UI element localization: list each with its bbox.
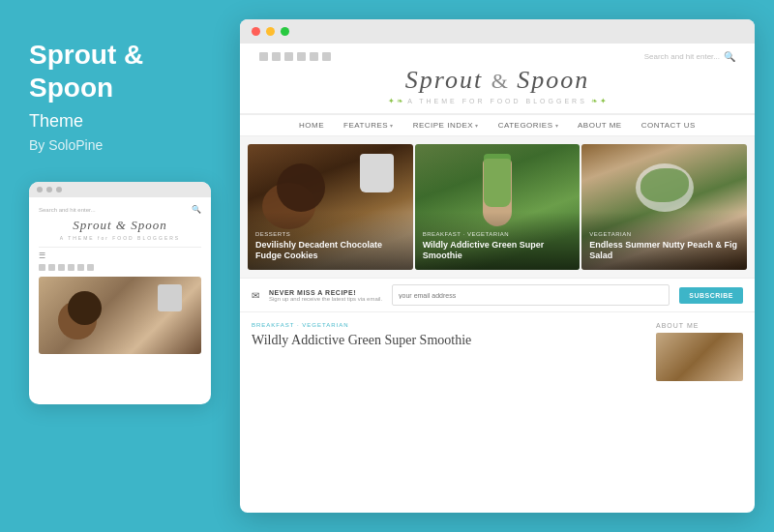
card-cookie-1 [277,163,325,212]
theme-by: By SoloPine [29,137,211,153]
social-rss-icon [322,52,331,61]
card-category-1: DESSERTS [255,231,405,237]
mobile-search-row: Search and hit enter... 🔍 [39,205,201,214]
search-icon[interactable]: 🔍 [724,51,735,62]
site-nav: HOME FEATURES ▾ RECIPE INDEX ▾ CATEGORIE… [240,114,755,136]
site-logo-text: Sprout & Spoon [259,66,735,95]
theme-title: Sprout & Spoon Theme By SoloPine [29,39,211,182]
mobile-social-row [39,264,201,271]
post-title-main[interactable]: Wildly Addictive Green Super Smoothie [252,332,644,349]
newsletter-email-input[interactable] [392,284,670,306]
card-overlay-1: DESSERTS Devilishly Decadent Chocolate F… [248,212,413,270]
newsletter-heading: NEVER MISS A RECIPE! [269,289,382,296]
mobile-dot-1 [37,187,43,192]
browser-top-bar [240,19,755,44]
featured-card-3[interactable]: VEGETARIAN Endless Summer Nutty Peach & … [581,144,747,270]
mobile-logo: Sprout & Spoon [39,218,201,233]
card-overlay-3: VEGETARIAN Endless Summer Nutty Peach & … [581,212,747,270]
nav-arrow-features: ▾ [390,122,394,129]
newsletter-subtext: Sign up and receive the latest tips via … [269,296,382,302]
featured-grid: DESSERTS Devilishly Decadent Chocolate F… [240,136,755,278]
about-me-image [656,333,743,381]
logo-ampersand: & [491,69,518,93]
card-category-2: BREAKFAST · VEGETARIAN [423,231,573,237]
site-header: Search and hit enter... 🔍 Sprout & Spoon… [240,44,755,114]
mobile-search-text: Search and hit enter... [39,207,96,213]
theme-subtitle: Theme [29,111,211,132]
mobile-search-icon: 🔍 [192,205,201,214]
card-title-1: Devilishly Decadent Chocolate Fudge Cook… [255,240,405,262]
mobile-social-tw [48,264,55,271]
site-logo-subtitle: A THEME for FOOD BLOGGERS [407,98,587,104]
mobile-social-rss [87,264,94,271]
newsletter-subscribe-button[interactable]: SUBSCRIBE [679,287,743,304]
mobile-dot-3 [56,187,62,192]
mobile-social-ig [58,264,65,271]
about-me-section: ABOUT ME [656,322,743,381]
newsletter-bar: ✉ NEVER MISS A RECIPE! Sign up and recei… [240,278,755,312]
mobile-divider [39,247,201,248]
browser-mockup: Search and hit enter... 🔍 Sprout & Spoon… [240,19,755,513]
theme-title-text: Sprout & Spoon [29,39,211,103]
leaf-left-icon: ✦ ❧ [388,97,403,105]
smoothie-jar-shape [484,154,511,207]
site-logo: Sprout & Spoon ✦ ❧ A THEME for FOOD BLOG… [259,66,735,105]
newsletter-icon: ✉ [252,290,259,301]
bottom-section: BREAKFAST · VEGETARIAN Wildly Addictive … [240,312,755,391]
featured-card-1[interactable]: DESSERTS Devilishly Decadent Chocolate F… [248,144,413,270]
browser-dot-yellow [266,27,275,36]
nav-item-about[interactable]: ABOUT ME [578,121,622,130]
search-area: Search and hit enter... 🔍 [644,51,735,62]
newsletter-text-block: NEVER MISS A RECIPE! Sign up and receive… [269,289,382,302]
mobile-mockup: Search and hit enter... 🔍 Sprout & Spoon… [29,182,211,404]
card-mug-shape [360,154,394,192]
about-me-label: ABOUT ME [656,322,743,329]
post-category-label: BREAKFAST · VEGETARIAN [252,322,644,328]
social-fb-icon [259,52,268,61]
nav-item-categories[interactable]: CATEGORIES ▾ [498,121,558,130]
social-icons-row [259,52,331,61]
social-pt-icon [297,52,306,61]
browser-content: Search and hit enter... 🔍 Sprout & Spoon… [240,44,755,513]
leaf-right-icon: ❧ ✦ [591,97,607,105]
left-panel: Sprout & Spoon Theme By SoloPine Search … [0,0,240,532]
mobile-content: Search and hit enter... 🔍 Sprout & Spoon… [29,197,211,362]
mobile-dot-2 [46,187,52,192]
mobile-cookie-dark [68,291,102,325]
mobile-social-yt [77,264,84,271]
nav-item-home[interactable]: HOME [299,121,324,130]
browser-dot-red [252,27,260,36]
mobile-logo-sub: A THEME for FOOD BLOGGERS [39,235,201,241]
social-tw-icon [272,52,281,61]
mobile-social-pt [68,264,74,271]
nav-item-contact[interactable]: CONTACT US [641,121,696,130]
logo-decoration: ✦ ❧ A THEME for FOOD BLOGGERS ❧ ✦ [259,97,735,105]
featured-card-2[interactable]: BREAKFAST · VEGETARIAN Wildly Addictive … [415,144,580,270]
mobile-post-image [39,277,201,354]
search-placeholder: Search and hit enter... [644,52,720,61]
card-overlay-2: BREAKFAST · VEGETARIAN Wildly Addictive … [415,212,580,270]
mobile-social-fb [39,264,45,271]
bottom-left: BREAKFAST · VEGETARIAN Wildly Addictive … [252,322,644,381]
browser-dot-green [281,27,289,36]
card-category-3: VEGETARIAN [589,231,739,237]
nav-arrow-recipe: ▾ [475,122,479,129]
salad-greens-shape [640,168,689,202]
nav-item-features[interactable]: FEATURES ▾ [343,121,394,130]
social-ig-icon [284,52,293,61]
card-title-2: Wildly Addictive Green Super Smoothie [423,240,573,262]
social-yt-icon [310,52,318,61]
mobile-mug-shape [158,284,182,311]
mobile-top-bar [29,182,211,197]
card-title-3: Endless Summer Nutty Peach & Fig Salad [589,240,739,262]
site-header-top: Search and hit enter... 🔍 [259,51,735,62]
mobile-hamburger-icon: ☰ [39,251,201,260]
nav-arrow-categories: ▾ [555,122,559,129]
nav-item-recipe[interactable]: RECIPE INDEX ▾ [413,121,479,130]
